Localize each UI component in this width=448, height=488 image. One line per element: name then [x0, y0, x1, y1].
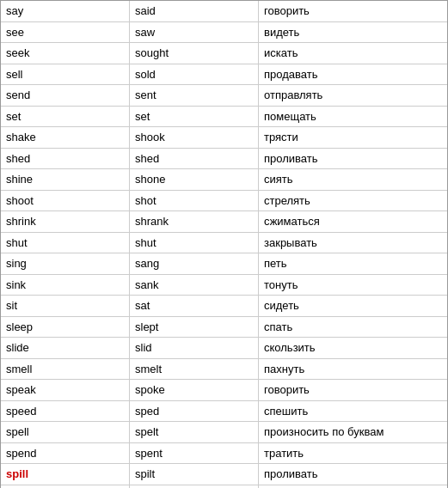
- past-form: slept: [130, 317, 259, 338]
- past-form: saw: [130, 22, 259, 43]
- translation: сидеть: [259, 296, 447, 316]
- table-row: shineshoneсиять: [1, 169, 447, 191]
- table-row: speakspokeговорить: [1, 380, 447, 401]
- past-form: shed: [130, 149, 259, 169]
- translation: прясть: [259, 485, 447, 489]
- past-form: shook: [130, 127, 259, 148]
- table-row: sinksankтонуть: [1, 275, 447, 296]
- translation: пахнуть: [259, 359, 447, 380]
- base-form: set: [1, 107, 130, 127]
- table-row: singsangпеть: [1, 253, 447, 275]
- past-form: set: [130, 107, 259, 127]
- translation: трясти: [259, 127, 447, 148]
- table-row: spinspanпрясть: [1, 485, 447, 489]
- base-form: spill: [1, 464, 130, 485]
- base-form: shoot: [1, 191, 130, 211]
- base-form: speak: [1, 380, 130, 400]
- base-form: sell: [1, 64, 130, 85]
- translation: помещать: [259, 107, 447, 127]
- table-row: shakeshookтрясти: [1, 127, 447, 149]
- base-form: shed: [1, 149, 130, 169]
- translation: отправлять: [259, 85, 447, 106]
- translation: сжиматься: [259, 211, 447, 232]
- base-form: spend: [1, 443, 130, 464]
- base-form: send: [1, 85, 130, 106]
- translation: произносить по буквам: [259, 422, 447, 442]
- base-form: see: [1, 22, 130, 43]
- translation: продавать: [259, 64, 447, 85]
- translation: тонуть: [259, 275, 447, 296]
- base-form: sit: [1, 296, 130, 316]
- base-form: smell: [1, 359, 130, 380]
- translation: петь: [259, 253, 447, 274]
- translation: говорить: [259, 380, 447, 400]
- table-row: spellspeltпроизносить по буквам: [1, 422, 447, 443]
- base-form: shrink: [1, 211, 130, 232]
- base-form: shine: [1, 169, 130, 190]
- translation: спешить: [259, 401, 447, 422]
- past-form: slid: [130, 338, 259, 358]
- translation: говорить: [259, 1, 447, 21]
- table-row: speedspedспешить: [1, 401, 447, 423]
- past-form: sped: [130, 401, 259, 422]
- table-row: shutshutзакрывать: [1, 233, 447, 254]
- translation: видеть: [259, 22, 447, 43]
- table-row: saysaidговорить: [1, 1, 447, 22]
- table-row: seesawвидеть: [1, 22, 447, 44]
- past-form: shot: [130, 191, 259, 211]
- past-form: spent: [130, 443, 259, 464]
- translation: стрелять: [259, 191, 447, 211]
- past-form: sang: [130, 253, 259, 274]
- past-form: shut: [130, 233, 259, 253]
- base-form: seek: [1, 43, 130, 64]
- past-form: shrank: [130, 211, 259, 232]
- past-form: spoke: [130, 380, 259, 400]
- base-form: sing: [1, 253, 130, 274]
- table-row: setsetпомещать: [1, 107, 447, 128]
- translation: сиять: [259, 169, 447, 190]
- past-form: sought: [130, 43, 259, 64]
- base-form: spell: [1, 422, 130, 442]
- vocabulary-table: saysaidговоритьseesawвидетьseeksoughtиск…: [0, 0, 448, 488]
- table-row: sleepsleptспать: [1, 317, 447, 339]
- base-form: shake: [1, 127, 130, 148]
- table-row: seeksoughtискать: [1, 43, 447, 64]
- translation: скользить: [259, 338, 447, 358]
- table-row: shedshedпроливать: [1, 149, 447, 170]
- table-row: sellsoldпродавать: [1, 64, 447, 86]
- table-row: spillspiltпроливать: [1, 464, 447, 485]
- past-form: said: [130, 1, 259, 21]
- table-row: smellsmeltпахнуть: [1, 359, 447, 381]
- past-form: span: [130, 485, 259, 489]
- translation: проливать: [259, 149, 447, 169]
- table-row: spendspentтратить: [1, 443, 447, 465]
- base-form: sink: [1, 275, 130, 296]
- past-form: sent: [130, 85, 259, 106]
- past-form: spilt: [130, 464, 259, 485]
- base-form: speed: [1, 401, 130, 422]
- past-form: smelt: [130, 359, 259, 380]
- table-row: sitsatсидеть: [1, 296, 447, 317]
- translation: закрывать: [259, 233, 447, 253]
- past-form: spelt: [130, 422, 259, 442]
- past-form: shone: [130, 169, 259, 190]
- table-row: slideslidскользить: [1, 338, 447, 359]
- base-form: sleep: [1, 317, 130, 338]
- past-form: sold: [130, 64, 259, 85]
- base-form: spin: [1, 485, 130, 489]
- table-row: shootshotстрелять: [1, 191, 447, 212]
- translation: проливать: [259, 464, 447, 485]
- table-row: sendsentотправлять: [1, 85, 447, 107]
- past-form: sank: [130, 275, 259, 296]
- past-form: sat: [130, 296, 259, 316]
- translation: спать: [259, 317, 447, 338]
- table-row: shrinkshrankсжиматься: [1, 211, 447, 233]
- base-form: slide: [1, 338, 130, 358]
- base-form: say: [1, 1, 130, 21]
- base-form: shut: [1, 233, 130, 253]
- translation: искать: [259, 43, 447, 64]
- translation: тратить: [259, 443, 447, 464]
